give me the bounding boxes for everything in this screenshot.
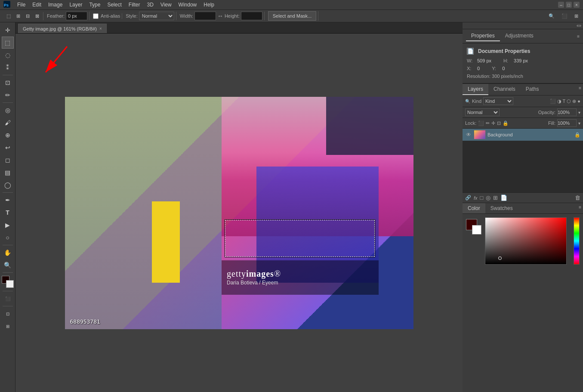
pen-tool[interactable]: ✒ <box>2 194 14 206</box>
menu-filter[interactable]: Filter <box>125 1 144 9</box>
artboard-tool[interactable]: ⊞ <box>2 320 14 332</box>
color-menu-btn[interactable]: ≡ <box>577 203 583 213</box>
history-brush-tool[interactable]: ↩ <box>2 142 14 154</box>
marquee-tool[interactable]: ⬚ <box>2 37 14 49</box>
quick-mask-tool[interactable]: ⬛ <box>2 293 14 305</box>
gradient-tool[interactable]: ▤ <box>2 167 14 179</box>
subtract-selection-btn[interactable]: ⊟ <box>24 12 32 20</box>
blend-mode-select[interactable]: Normal Multiply Screen <box>465 108 500 116</box>
properties-menu-btn[interactable]: ≡ <box>577 34 580 39</box>
background-swatch[interactable] <box>472 225 481 235</box>
lock-move-icon[interactable]: ✛ <box>491 120 495 126</box>
layer-background-item[interactable]: 👁 Background 🔒 <box>463 129 583 141</box>
lasso-tool[interactable]: ◌ <box>2 49 14 61</box>
eraser-tool[interactable]: ◻ <box>2 154 14 166</box>
search-button[interactable]: 🔍 <box>546 12 557 20</box>
menu-layer[interactable]: Layer <box>66 1 86 9</box>
menu-type[interactable]: Type <box>86 1 104 9</box>
shape-filter-icon[interactable]: ⬡ <box>567 99 571 104</box>
menu-view[interactable]: View <box>157 1 175 9</box>
layout-button[interactable]: ⊞ <box>572 12 580 20</box>
canvas-image[interactable]: gettyimages® Daria Botieva / Eyeem 68895… <box>65 97 413 329</box>
menu-edit[interactable]: Edit <box>29 1 45 9</box>
select-mask-button[interactable]: Select and Mask... <box>268 11 317 21</box>
clone-stamp-tool[interactable]: ⊕ <box>2 129 14 141</box>
filter-active-icon[interactable]: ● <box>577 99 580 104</box>
antialias-checkbox[interactable] <box>93 13 99 19</box>
new-adj-btn[interactable]: ◎ <box>486 194 490 201</box>
path-selection-tool[interactable]: ▶ <box>2 219 14 231</box>
gradient-main[interactable] <box>485 217 567 265</box>
opacity-arrow[interactable]: ▾ <box>578 110 580 115</box>
tab-paths[interactable]: Paths <box>521 84 544 95</box>
tab-layers[interactable]: Layers <box>463 84 488 95</box>
dodge-tool[interactable]: ◯ <box>2 179 14 191</box>
eyedropper-tool[interactable]: ✏ <box>2 89 14 101</box>
menu-file[interactable]: File <box>14 1 29 9</box>
layer-visibility-btn[interactable]: 👁 <box>465 131 472 138</box>
tab-color[interactable]: Color <box>463 203 485 213</box>
pixel-filter-icon[interactable]: ⬛ <box>550 99 556 104</box>
menu-select[interactable]: Select <box>104 1 125 9</box>
height-input[interactable] <box>241 12 262 20</box>
hue-bar[interactable] <box>574 217 580 265</box>
add-selection-btn[interactable]: ⊞ <box>14 12 22 20</box>
smart-filter-icon[interactable]: ⊕ <box>572 99 576 104</box>
document-tab[interactable]: Getty image.jpg @ 161% (RGB/8#) × <box>18 24 107 33</box>
new-group-btn[interactable]: ⊞ <box>493 194 498 201</box>
opacity-input[interactable] <box>557 108 577 116</box>
menu-help[interactable]: Help <box>200 1 218 9</box>
tab-close-btn[interactable]: × <box>99 26 102 31</box>
shape-tool[interactable]: ○ <box>2 231 14 244</box>
feather-input[interactable] <box>66 12 87 20</box>
crop-tool[interactable]: ⊡ <box>2 77 14 89</box>
background-color[interactable] <box>6 280 14 288</box>
lock-artboard-icon[interactable]: ⊡ <box>497 120 501 126</box>
brush-tool[interactable]: 🖌 <box>2 117 14 129</box>
lock-brush-icon[interactable]: ✏ <box>486 120 490 126</box>
image-container[interactable]: gettyimages® Daria Botieva / Eyeem 68895… <box>65 97 413 329</box>
properties-content: 📄 Document Properties W: 509 px H: 339 p… <box>463 43 583 83</box>
style-select[interactable]: Normal Fixed Ratio Fixed Size <box>139 12 174 20</box>
kind-select[interactable]: Kind <box>483 97 513 105</box>
maximize-button[interactable]: □ <box>566 2 572 8</box>
canvas-content[interactable]: gettyimages® Daria Botieva / Eyeem 68895… <box>15 34 463 392</box>
color-gradient-picker[interactable] <box>485 217 568 265</box>
tab-adjustments[interactable]: Adjustments <box>500 31 539 41</box>
new-selection-btn[interactable]: ⬚ <box>4 12 13 20</box>
adj-filter-icon[interactable]: ◑ <box>557 99 561 104</box>
eye-icon: 👁 <box>466 132 471 138</box>
lock-checkers-icon[interactable]: ⬛ <box>478 120 484 126</box>
tab-properties[interactable]: Properties <box>466 31 500 41</box>
menu-window[interactable]: Window <box>175 1 201 9</box>
hand-tool[interactable]: ✋ <box>2 247 14 259</box>
tab-swatches[interactable]: Swatches <box>485 203 518 213</box>
minimize-button[interactable]: – <box>558 2 564 8</box>
spot-heal-tool[interactable]: ◎ <box>2 104 14 116</box>
menu-3d[interactable]: 3D <box>143 1 157 9</box>
link-layers-btn[interactable]: 🔗 <box>465 195 471 201</box>
move-tool[interactable]: ✛ <box>2 24 14 36</box>
layers-menu-btn[interactable]: ≡ <box>577 84 583 95</box>
zoom-tool[interactable]: 🔍 <box>2 259 14 271</box>
type-tool[interactable]: T <box>2 207 14 219</box>
screen-mode-tool[interactable]: ⊡ <box>2 308 14 320</box>
fill-arrow[interactable]: ▾ <box>578 121 580 126</box>
delete-layer-btn[interactable]: 🗑 <box>575 194 580 201</box>
screen-mode-button[interactable]: ⬛ <box>559 12 570 20</box>
color-swatches[interactable] <box>2 276 14 288</box>
panel-collapse-btn[interactable]: «» <box>577 23 581 28</box>
intersect-selection-btn[interactable]: ⊠ <box>33 12 41 20</box>
wand-tool[interactable]: ⁑ <box>2 62 14 74</box>
fill-input[interactable] <box>557 119 577 127</box>
new-fill-btn[interactable]: □ <box>480 194 484 201</box>
menu-image[interactable]: Image <box>45 1 66 9</box>
fx-btn[interactable]: fx <box>474 195 478 201</box>
close-button[interactable]: × <box>574 2 580 8</box>
width-input[interactable] <box>194 12 216 20</box>
new-layer-btn[interactable]: 📄 <box>500 194 507 201</box>
tab-channels[interactable]: Channels <box>488 84 521 95</box>
lock-all-icon[interactable]: 🔒 <box>503 120 509 126</box>
type-filter-icon[interactable]: T <box>563 99 566 104</box>
swap-icon[interactable]: ↔ <box>217 12 223 19</box>
